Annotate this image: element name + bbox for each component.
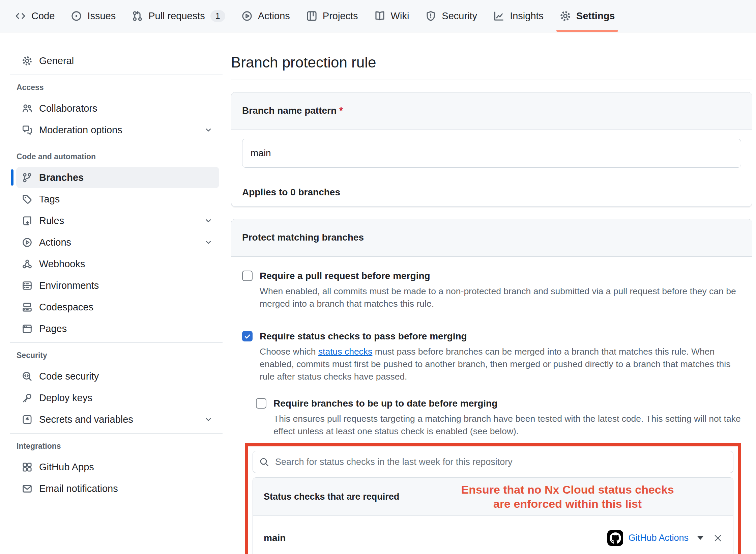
sidebar-item-label: Tags xyxy=(39,194,212,205)
people-icon xyxy=(22,103,32,114)
tab-projects[interactable]: Projects xyxy=(298,0,366,32)
check-icon xyxy=(244,333,251,340)
protect-card-body: Require a pull request before merging Wh… xyxy=(231,257,752,554)
sidebar-item-webhooks[interactable]: Webhooks xyxy=(16,253,219,275)
webhook-icon xyxy=(22,259,32,269)
sidebar-item-label: Rules xyxy=(39,215,198,226)
tab-insights[interactable]: Insights xyxy=(485,0,552,32)
require-pr-description: When enabled, all commits must be made t… xyxy=(260,285,741,310)
branch-protection-main: Branch protection rule Branch name patte… xyxy=(231,32,752,554)
status-checks-header-label: Status checks that are required xyxy=(264,492,399,502)
require-up-to-date-description: This ensures pull requests targeting a m… xyxy=(273,413,741,438)
sidebar-item-label: Actions xyxy=(39,237,198,248)
sidebar-item-code-security[interactable]: Code security xyxy=(16,365,219,387)
remove-status-check-icon[interactable] xyxy=(713,533,723,543)
sidebar-item-moderation-options[interactable]: Moderation options xyxy=(16,119,219,141)
branch-name-pattern-card: Branch name pattern* Applies to 0 branch… xyxy=(231,92,752,207)
asterisk-box-icon xyxy=(22,414,32,425)
rules-icon xyxy=(22,216,32,226)
active-tab-underline xyxy=(556,30,618,32)
sidebar-item-label: Codespaces xyxy=(39,302,212,313)
sidebar-item-tags[interactable]: Tags xyxy=(16,188,219,210)
tab-label: Security xyxy=(442,10,477,22)
book-icon xyxy=(374,10,385,22)
sidebar-item-collaborators[interactable]: Collaborators xyxy=(16,98,219,119)
sidebar-item-label: Collaborators xyxy=(39,103,212,114)
pattern-input-area xyxy=(231,130,752,178)
project-table-icon xyxy=(306,10,317,22)
protect-matching-branches-card: Protect matching branches Require a pull… xyxy=(231,219,752,554)
require-up-to-date-subsection: Require branches to be up to date before… xyxy=(256,397,741,438)
applies-to-branches-text: Applies to 0 branches xyxy=(231,178,752,206)
comment-discussion-icon xyxy=(22,125,32,135)
issue-opened-icon xyxy=(71,10,82,22)
tab-settings[interactable]: Settings xyxy=(552,0,623,32)
mail-icon xyxy=(22,483,32,494)
tab-security[interactable]: Security xyxy=(417,0,485,32)
active-item-accent-bar xyxy=(11,169,13,186)
divider xyxy=(10,433,223,434)
sidebar-item-label: Code security xyxy=(39,371,212,382)
chevron-down-icon xyxy=(204,217,212,225)
tab-actions[interactable]: Actions xyxy=(233,0,298,32)
require-status-checks-description: Choose which status checks must pass bef… xyxy=(260,345,741,383)
git-branch-icon xyxy=(22,172,32,183)
sidebar-item-branches[interactable]: Branches xyxy=(16,167,219,188)
key-icon xyxy=(22,393,32,403)
sidebar-item-label: Branches xyxy=(39,172,212,183)
git-pull-request-icon xyxy=(132,10,143,22)
tab-label: Code xyxy=(31,10,55,22)
pull-requests-count-badge: 1 xyxy=(210,10,225,22)
gear-icon xyxy=(22,56,32,66)
sidebar-item-github-apps[interactable]: GitHub Apps xyxy=(16,456,219,478)
sidebar-item-label: Environments xyxy=(39,280,212,291)
divider xyxy=(231,80,752,80)
sidebar-item-label: Moderation options xyxy=(39,124,198,136)
sidebar-item-rules[interactable]: Rules xyxy=(16,210,219,231)
chevron-down-icon xyxy=(204,238,212,246)
sidebar-item-label: Deploy keys xyxy=(39,392,212,404)
require-status-checks-checkbox[interactable] xyxy=(242,331,253,341)
branch-name-pattern-input[interactable] xyxy=(242,139,741,168)
sidebar-heading-access: Access xyxy=(17,83,223,92)
require-pr-checkbox[interactable] xyxy=(242,271,253,281)
sidebar-item-label: GitHub Apps xyxy=(39,462,212,473)
sidebar-item-general[interactable]: General xyxy=(16,50,219,72)
status-checks-table-header: Status checks that are required Ensure t… xyxy=(253,478,733,516)
chevron-down-icon xyxy=(204,415,212,423)
codespaces-icon xyxy=(22,302,32,312)
require-status-checks-label: Require status checks to pass before mer… xyxy=(260,330,467,342)
required-asterisk: * xyxy=(339,105,343,116)
tab-label: Settings xyxy=(576,10,615,22)
tab-issues[interactable]: Issues xyxy=(63,0,124,32)
tab-label: Projects xyxy=(323,10,358,22)
play-icon xyxy=(22,237,32,248)
sidebar-item-secrets-and-variables[interactable]: Secrets and variables xyxy=(16,409,219,430)
sidebar-item-email-notifications[interactable]: Email notifications xyxy=(16,478,219,499)
browser-icon xyxy=(22,324,32,334)
settings-sidebar: General Access Collaborators Moderation … xyxy=(10,32,223,499)
divider xyxy=(10,342,223,343)
sidebar-item-environments[interactable]: Environments xyxy=(16,275,219,296)
page-title: Branch protection rule xyxy=(231,54,752,71)
sidebar-heading-security: Security xyxy=(17,351,223,360)
sidebar-item-deploy-keys[interactable]: Deploy keys xyxy=(16,387,219,409)
protect-card-header: Protect matching branches xyxy=(231,219,752,257)
github-actions-link[interactable]: GitHub Actions xyxy=(628,533,689,543)
require-up-to-date-checkbox[interactable] xyxy=(256,398,266,409)
caret-down-icon[interactable] xyxy=(697,536,703,540)
sidebar-item-actions[interactable]: Actions xyxy=(16,231,219,253)
branch-name-pattern-label: Branch name pattern xyxy=(242,105,337,116)
sidebar-item-pages[interactable]: Pages xyxy=(16,318,219,339)
tab-label: Pull requests xyxy=(148,10,205,22)
tab-pull-requests[interactable]: Pull requests 1 xyxy=(124,0,233,32)
sidebar-item-label: General xyxy=(39,55,212,66)
sidebar-item-codespaces[interactable]: Codespaces xyxy=(16,296,219,318)
tab-wiki[interactable]: Wiki xyxy=(366,0,417,32)
divider xyxy=(10,75,223,75)
status-checks-link[interactable]: status checks xyxy=(318,347,373,357)
sidebar-item-label: Email notifications xyxy=(39,483,212,494)
status-check-search-input[interactable] xyxy=(253,451,733,473)
chevron-down-icon xyxy=(204,126,212,134)
tab-code[interactable]: Code xyxy=(7,0,63,32)
